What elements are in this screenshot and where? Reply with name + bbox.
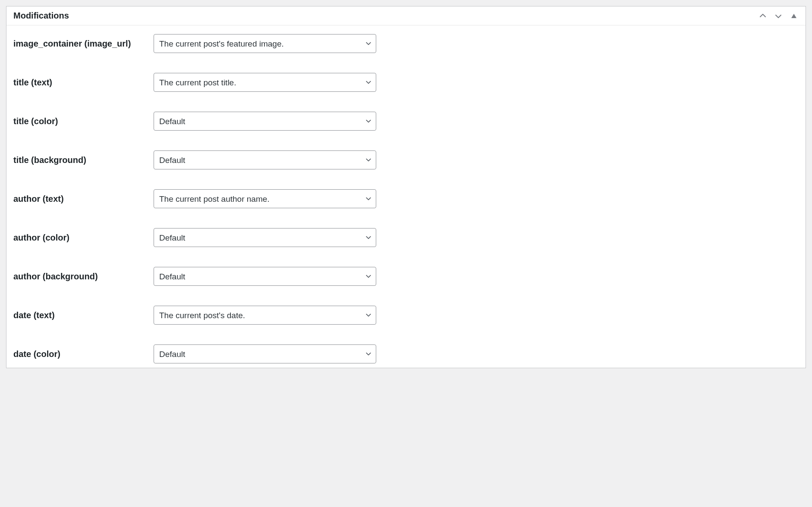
- panel-title: Modifications: [13, 11, 69, 21]
- select-date-color[interactable]: Default: [154, 344, 376, 363]
- svg-marker-0: [791, 14, 796, 18]
- field-label: author (text): [13, 194, 154, 204]
- select-date-text[interactable]: The current post's date.: [154, 306, 376, 325]
- field-label: title (color): [13, 116, 154, 126]
- field-label: date (color): [13, 349, 154, 359]
- move-down-icon[interactable]: [774, 11, 783, 21]
- select-wrap: Default: [154, 150, 376, 169]
- field-label: date (text): [13, 310, 154, 320]
- field-label: author (color): [13, 233, 154, 243]
- field-row-author-background: author (background) Default: [13, 267, 799, 286]
- select-wrap: The current post title.: [154, 73, 376, 92]
- select-wrap: The current post's date.: [154, 306, 376, 325]
- field-row-image-container-image-url: image_container (image_url) The current …: [13, 34, 799, 53]
- field-label: author (background): [13, 272, 154, 282]
- select-title-text[interactable]: The current post title.: [154, 73, 376, 92]
- field-row-title-color: title (color) Default: [13, 112, 799, 131]
- panel-body: image_container (image_url) The current …: [6, 25, 806, 368]
- select-wrap: Default: [154, 112, 376, 131]
- panel-controls: [758, 11, 799, 21]
- select-wrap: The current post author name.: [154, 189, 376, 208]
- field-label: title (text): [13, 78, 154, 88]
- modifications-panel: Modifications image_container (image_url…: [6, 6, 806, 368]
- select-author-color[interactable]: Default: [154, 228, 376, 247]
- select-title-color[interactable]: Default: [154, 112, 376, 131]
- field-label: image_container (image_url): [13, 39, 154, 49]
- move-up-icon[interactable]: [758, 11, 768, 21]
- select-wrap: Default: [154, 267, 376, 286]
- select-wrap: The current post's featured image.: [154, 34, 376, 53]
- collapse-toggle-icon[interactable]: [789, 11, 799, 21]
- select-wrap: Default: [154, 344, 376, 363]
- field-row-title-background: title (background) Default: [13, 150, 799, 169]
- select-title-background[interactable]: Default: [154, 150, 376, 169]
- field-row-title-text: title (text) The current post title.: [13, 73, 799, 92]
- field-row-date-color: date (color) Default: [13, 344, 799, 363]
- field-label: title (background): [13, 155, 154, 165]
- select-author-background[interactable]: Default: [154, 267, 376, 286]
- select-image-container-image-url[interactable]: The current post's featured image.: [154, 34, 376, 53]
- select-author-text[interactable]: The current post author name.: [154, 189, 376, 208]
- field-row-author-color: author (color) Default: [13, 228, 799, 247]
- field-row-date-text: date (text) The current post's date.: [13, 306, 799, 325]
- select-wrap: Default: [154, 228, 376, 247]
- panel-header: Modifications: [6, 6, 806, 25]
- field-row-author-text: author (text) The current post author na…: [13, 189, 799, 208]
